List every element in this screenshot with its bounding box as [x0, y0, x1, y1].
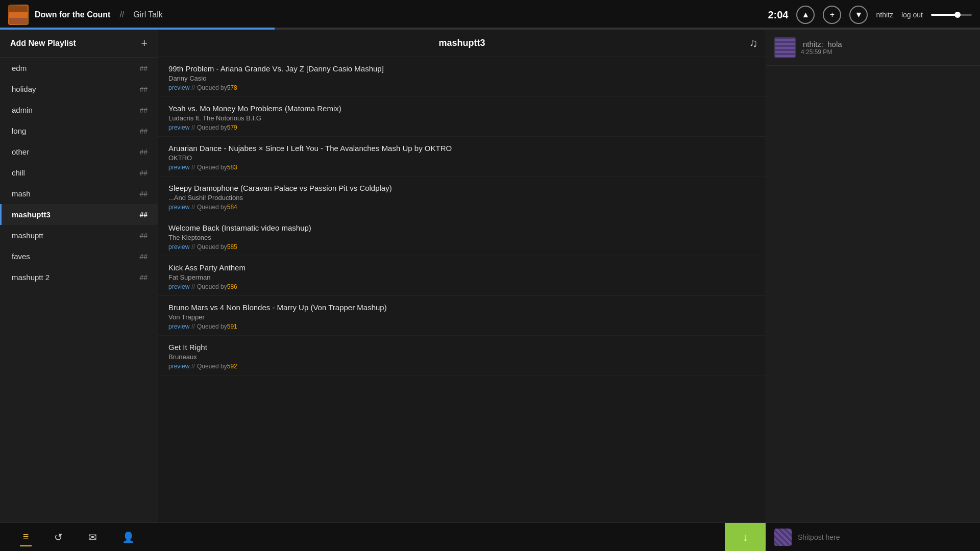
track-queued-label: Queued by591 — [197, 323, 237, 330]
add-button[interactable]: + — [823, 6, 841, 24]
track-preview[interactable]: preview — [168, 204, 189, 211]
track-preview[interactable]: preview — [168, 84, 189, 91]
playlist-hash: ## — [139, 127, 148, 135]
chat-messages — [766, 66, 980, 522]
sidebar-item-mashuptt2[interactable]: mashuptt 2 ## — [0, 267, 158, 288]
topbar-left: Down for the Count // Girl Talk — [8, 5, 763, 25]
history-icon: ↺ — [54, 532, 63, 543]
track-queued-label: Queued by585 — [197, 243, 237, 251]
bottom-left: ≡ ↺ ✉ 👤 — [0, 528, 158, 546]
track-meta: preview // Queued by584 — [168, 204, 755, 211]
playlist-name: holiday — [12, 85, 36, 93]
prev-button[interactable]: ▲ — [796, 6, 815, 24]
track-queued-label: Queued by579 — [197, 124, 237, 131]
sidebar-item-mashuptt3[interactable]: mashuptt3 ## — [0, 204, 158, 225]
main-content: Add New Playlist + edm ## holiday ## adm… — [0, 30, 980, 522]
track-queued-num: 592 — [227, 363, 237, 370]
playlist-name: mashuptt — [12, 231, 43, 240]
chat-header: nthitz: hola 4:25:59 PM — [766, 30, 980, 66]
track-title: Welcome Back (Instamatic video mashup) — [168, 223, 755, 232]
chat-icon: ✉ — [88, 532, 97, 543]
track-separator: // — [191, 243, 195, 251]
download-button[interactable]: ↓ — [725, 523, 766, 552]
chat-username-text: nthitz: — [803, 40, 823, 48]
sidebar-item-holiday[interactable]: holiday ## — [0, 79, 158, 99]
track-item-6[interactable]: Bruno Mars vs 4 Non Blondes - Marry Up (… — [158, 296, 766, 336]
track-title: Kick Ass Party Anthem — [168, 263, 755, 272]
track-queued-label: Queued by584 — [197, 204, 237, 211]
chat-avatar-small — [774, 529, 792, 546]
track-title: 99th Problem - Ariana Grande Vs. Jay Z [… — [168, 64, 755, 73]
download-icon: ↓ — [743, 531, 748, 544]
topbar-right: 2:04 ▲ + ▼ nthitz log out — [763, 6, 972, 24]
chat-avatar-pixel — [775, 38, 795, 57]
track-preview[interactable]: preview — [168, 363, 189, 370]
track-list: 99th Problem - Ariana Grande Vs. Jay Z [… — [158, 57, 766, 522]
next-button[interactable]: ▼ — [849, 6, 868, 24]
track-queued-label: Queued by592 — [197, 363, 237, 370]
sidebar-item-mashuptt[interactable]: mashuptt ## — [0, 225, 158, 246]
track-title: Get It Right — [168, 343, 755, 352]
playlist-name: mashuptt3 — [12, 210, 51, 219]
volume-slider[interactable] — [931, 14, 972, 16]
track-queued-num: 584 — [227, 204, 237, 211]
playlist-name: faves — [12, 252, 30, 261]
menu-icon: ≡ — [23, 531, 29, 542]
sidebar-item-chill[interactable]: chill ## — [0, 162, 158, 183]
chat-avatar-small-pixel — [774, 529, 792, 546]
track-queued-label: Queued by583 — [197, 164, 237, 171]
add-playlist-button[interactable]: + — [141, 38, 148, 49]
chat-username: nthitz: hola — [801, 40, 842, 48]
track-meta: preview // Queued by583 — [168, 164, 755, 171]
track-queued-num: 591 — [227, 323, 237, 330]
track-preview[interactable]: preview — [168, 323, 189, 330]
playlist-name: long — [12, 127, 26, 135]
chat-button[interactable]: ✉ — [85, 528, 100, 546]
user-icon: 👤 — [122, 532, 135, 543]
track-meta: preview // Queued by585 — [168, 243, 755, 251]
track-meta: preview // Queued by579 — [168, 124, 755, 131]
bottom-center: ↓ — [158, 523, 766, 552]
track-item-7[interactable]: Get It Right Bruneaux preview // Queued … — [158, 336, 766, 375]
sidebar-item-other[interactable]: other ## — [0, 141, 158, 162]
track-preview[interactable]: preview — [168, 164, 189, 171]
avatar-image — [9, 6, 28, 24]
track-preview[interactable]: preview — [168, 124, 189, 131]
sidebar-item-edm[interactable]: edm ## — [0, 58, 158, 79]
playlist-name: edm — [12, 64, 27, 72]
chat-message-text: hola — [827, 40, 842, 48]
shuffle-button[interactable]: ♫ — [749, 37, 758, 50]
bottombar: ≡ ↺ ✉ 👤 ↓ — [0, 522, 980, 551]
volume-knob[interactable] — [954, 12, 961, 18]
sidebar-item-faves[interactable]: faves ## — [0, 246, 158, 267]
track-title: Aruarian Dance - Nujabes × Since I Left … — [168, 144, 755, 153]
chat-input[interactable] — [798, 533, 972, 541]
playlist-hash: ## — [139, 106, 148, 114]
playlist-name: other — [12, 147, 29, 156]
chat-user-info: nthitz: hola 4:25:59 PM — [801, 40, 842, 56]
logout-button[interactable]: log out — [901, 11, 923, 19]
now-playing-artist: Girl Talk — [133, 10, 163, 19]
user-button[interactable]: 👤 — [119, 528, 138, 546]
track-item-0[interactable]: 99th Problem - Ariana Grande Vs. Jay Z [… — [158, 57, 766, 97]
track-preview[interactable]: preview — [168, 243, 189, 251]
track-item-2[interactable]: Aruarian Dance - Nujabes × Since I Left … — [158, 137, 766, 177]
track-separator: // — [191, 204, 195, 211]
sidebar-item-mash[interactable]: mash ## — [0, 183, 158, 204]
track-preview[interactable]: preview — [168, 283, 189, 290]
chat-avatar — [774, 37, 796, 58]
track-meta: preview // Queued by586 — [168, 283, 755, 290]
track-title: Yeah vs. Mo Money Mo Problems (Matoma Re… — [168, 104, 755, 113]
sidebar-item-admin[interactable]: admin ## — [0, 99, 158, 120]
history-button[interactable]: ↺ — [51, 528, 66, 546]
track-item-1[interactable]: Yeah vs. Mo Money Mo Problems (Matoma Re… — [158, 97, 766, 137]
track-separator: // — [191, 323, 195, 330]
sidebar-item-long[interactable]: long ## — [0, 120, 158, 141]
track-item-5[interactable]: Kick Ass Party Anthem Fat Superman previ… — [158, 256, 766, 296]
track-separator: // — [191, 363, 195, 370]
track-item-3[interactable]: Sleepy Dramophone (Caravan Palace vs Pas… — [158, 177, 766, 216]
menu-button[interactable]: ≡ — [20, 528, 32, 546]
track-title: Bruno Mars vs 4 Non Blondes - Marry Up (… — [168, 303, 755, 312]
volume-track[interactable] — [931, 14, 972, 16]
track-item-4[interactable]: Welcome Back (Instamatic video mashup) T… — [158, 216, 766, 256]
